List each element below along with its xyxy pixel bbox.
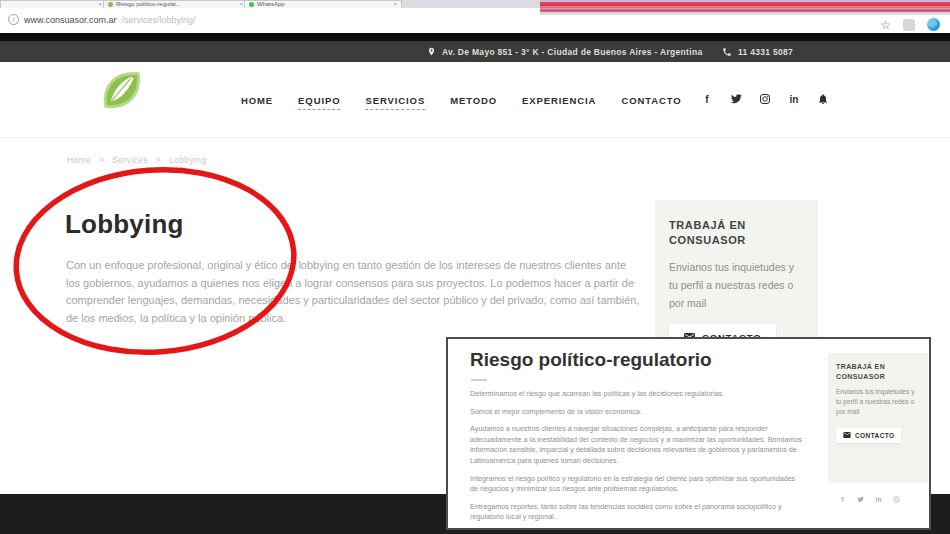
linkedin-icon[interactable]: in	[788, 93, 800, 105]
site-header: HOME EQUIPO SERVICIOS METODO EXPERIENCIA…	[0, 62, 950, 138]
url-path: /services/lobbying/	[122, 15, 196, 25]
overlay-body: Determinamos el riesgo que acarrean las …	[470, 389, 804, 530]
page-body-text: Con un enfoque profesional, original y é…	[66, 257, 642, 327]
nav-equipo[interactable]: EQUIPO	[298, 95, 340, 110]
close-tab-icon[interactable]: ×	[239, 1, 243, 7]
phone-info: 11 4331 5087	[722, 41, 793, 62]
jobs-box-text: Envianos tus inquietudes y tu perfil a n…	[669, 258, 804, 312]
title-divider	[471, 379, 487, 381]
phone-icon	[722, 47, 732, 57]
overlay-paragraph: Determinamos el riesgo que acarrean las …	[470, 389, 804, 400]
phone-number: 11 4331 5087	[738, 47, 793, 57]
site-favicon	[108, 2, 113, 7]
breadcrumb-home[interactable]: Home	[67, 155, 91, 165]
browser-tab-1[interactable]: ×	[0, 0, 107, 8]
tab-label: WhatsApp	[257, 1, 285, 7]
url-field[interactable]: i www.consuasor.com.ar/services/lobbying…	[8, 14, 196, 25]
address-text: Av. De Mayo 851 - 3° K - Ciudad de Bueno…	[442, 47, 702, 57]
browser-tab-3[interactable]: WhatsApp ×	[244, 0, 402, 8]
linkedin-icon[interactable]: in	[872, 493, 885, 506]
overlay-jobs-text: Envianos tus inquietudes y tu perfil a n…	[836, 387, 920, 417]
location-pin-icon	[427, 46, 436, 57]
nav-servicios[interactable]: SERVICIOS	[365, 95, 425, 110]
browser-tabstrip: × Riesgo político-regulat... × WhatsApp …	[0, 0, 560, 8]
envelope-icon	[843, 432, 851, 438]
site-topbar: Av. De Mayo 851 - 3° K - Ciudad de Bueno…	[0, 41, 950, 62]
twitter-icon[interactable]	[854, 493, 867, 506]
breadcrumb-separator: >	[99, 155, 104, 165]
browser-tab-2[interactable]: Riesgo político-regulat... ×	[103, 0, 248, 8]
nav-experiencia[interactable]: EXPERIENCIA	[522, 95, 596, 110]
overlay-jobs-box: TRABAJÁ EN CONSUASOR Envianos tus inquie…	[828, 353, 928, 483]
nav-metodo[interactable]: METODO	[450, 95, 497, 110]
background-window-fragment	[540, 0, 950, 15]
consuasor-logo[interactable]	[98, 67, 144, 115]
overlay-paragraph: Entregamos reportes, tanto sobre las ten…	[470, 502, 804, 523]
nav-home[interactable]: HOME	[241, 95, 273, 110]
facebook-icon[interactable]: f	[701, 93, 713, 105]
overlay-paragraph: Integramos el riesgo político y regulato…	[470, 474, 804, 495]
instagram-icon[interactable]	[890, 493, 903, 506]
overlay-contact-button[interactable]: CONTACTO	[836, 428, 901, 443]
main-nav: HOME EQUIPO SERVICIOS METODO EXPERIENCIA…	[241, 95, 682, 110]
notification-bell-icon[interactable]	[817, 93, 829, 105]
jobs-box-title: TRABAJÁ EN CONSUASOR	[669, 218, 804, 248]
header-social: f in	[701, 93, 829, 105]
overlay-screenshot-window: Riesgo político-regulatorio Determinamos…	[446, 337, 931, 530]
window-divider	[0, 33, 950, 41]
breadcrumb-separator: >	[156, 155, 161, 165]
extension-blue-icon[interactable]	[927, 18, 940, 31]
jobs-box: TRABAJÁ EN CONSUASOR Envianos tus inquie…	[655, 200, 818, 345]
browser-window: × Riesgo político-regulat... × WhatsApp …	[0, 0, 950, 534]
whatsapp-icon	[249, 2, 254, 7]
page-title: Lobbying	[65, 209, 184, 240]
url-domain: www.consuasor.com.ar	[24, 15, 117, 25]
tab-label: Riesgo político-regulat...	[116, 1, 181, 7]
overlay-social-row: f in	[836, 493, 903, 506]
overlay-jobs-title: TRABAJÁ EN CONSUASOR	[836, 362, 920, 381]
twitter-icon[interactable]	[730, 93, 742, 105]
breadcrumb: Home > Services > Lobbying	[67, 155, 212, 165]
facebook-icon[interactable]: f	[836, 493, 849, 506]
overlay-title: Riesgo político-regulatorio	[470, 349, 712, 371]
page-info-icon[interactable]: i	[8, 14, 19, 25]
overlay-contact-label: CONTACTO	[855, 432, 894, 439]
bookmark-star-icon[interactable]: ☆	[880, 19, 891, 31]
breadcrumb-services[interactable]: Services	[112, 155, 148, 165]
instagram-icon[interactable]	[759, 93, 771, 105]
close-tab-icon[interactable]: ×	[98, 1, 102, 7]
overlay-paragraph: Ayudamos a nuestros clientes a navegar s…	[470, 424, 804, 466]
breadcrumb-current: Lobbying	[169, 155, 207, 165]
nav-contacto[interactable]: CONTACTO	[621, 95, 681, 110]
address-info: Av. De Mayo 851 - 3° K - Ciudad de Bueno…	[427, 41, 702, 62]
overlay-paragraph: Somos el mejor complemento de la visión …	[470, 407, 804, 418]
extension-icon[interactable]	[903, 19, 915, 31]
close-tab-icon[interactable]: ×	[393, 1, 397, 7]
